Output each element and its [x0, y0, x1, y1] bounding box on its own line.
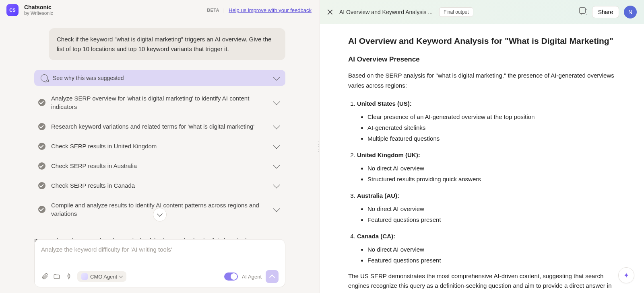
step-row[interactable]: Check SERP results in Australia	[34, 156, 285, 176]
document-content[interactable]: AI Overview and Keyword Analysis for "Wh…	[320, 24, 644, 293]
checkmark-icon	[38, 206, 45, 213]
region-detail: No direct AI overview	[367, 203, 616, 214]
step-text: Check SERP results in United Kingdom	[51, 142, 268, 150]
right-panel: AI Overview and Keyword Analysis ... Fin…	[320, 0, 644, 293]
feedback-link[interactable]: Help us improve with your feedback	[229, 7, 312, 13]
close-button[interactable]	[327, 9, 333, 15]
step-text: Research keyword variations and related …	[51, 122, 268, 131]
step-row[interactable]: Check SERP results in Canada	[34, 176, 285, 195]
region-item: United Kingdom (UK):No direct AI overvie…	[357, 150, 616, 184]
suggestion-banner[interactable]: See why this was suggested	[34, 70, 285, 86]
app-logo: CS	[6, 4, 19, 16]
input-toolbar: CMO Agent AI Agent	[41, 270, 279, 283]
output-header: AI Overview and Keyword Analysis ... Fin…	[320, 0, 644, 24]
step-row[interactable]: Analyze SERP overview for 'what is digit…	[34, 88, 285, 117]
arrow-up-icon	[269, 274, 275, 280]
send-button[interactable]	[266, 270, 279, 283]
beta-badge: BETA	[207, 8, 219, 12]
app-header: CS Chatsonic by Writesonic BETA | Help u…	[0, 0, 320, 20]
doc-conclusion: The US SERP demonstrates the most compre…	[348, 271, 616, 293]
chat-input[interactable]: Analyze the keyword difficulty for 'AI w…	[41, 246, 279, 266]
step-row[interactable]: Check SERP results in United Kingdom	[34, 136, 285, 156]
fab-button[interactable]: ✦	[618, 267, 634, 283]
pen-icon[interactable]	[65, 273, 72, 280]
region-item: Australia (AU):No direct AI overviewFeat…	[357, 190, 616, 225]
chevron-down-icon	[273, 181, 280, 188]
checkmark-icon	[38, 99, 45, 106]
agent-chip-label: CMO Agent	[90, 274, 117, 280]
step-text: Check SERP results in Canada	[51, 181, 268, 190]
scroll-down-button[interactable]	[153, 208, 167, 221]
chat-input-area: Analyze the keyword difficulty for 'AI w…	[34, 239, 285, 287]
doc-heading-1: AI Overview and Keyword Analysis for "Wh…	[348, 36, 616, 46]
doc-heading-2: AI Overview Presence	[348, 55, 616, 64]
arrow-down-icon	[157, 211, 163, 217]
wand-icon: ✦	[623, 271, 629, 280]
region-detail: No direct AI overview	[367, 163, 616, 174]
region-detail: Featured questions present	[367, 255, 616, 266]
folder-icon[interactable]	[53, 273, 60, 280]
agent-avatar-icon	[81, 273, 88, 280]
region-item: United States (US):Clear presence of an …	[357, 98, 616, 144]
doc-intro: Based on the SERP analysis for "what is …	[348, 71, 616, 91]
checkmark-icon	[38, 143, 45, 150]
step-text: Analyze SERP overview for 'what is digit…	[51, 94, 268, 111]
step-text: Check SERP results in Australia	[51, 162, 268, 170]
agent-selector[interactable]: CMO Agent	[77, 271, 126, 282]
divider: |	[223, 7, 225, 13]
chat-bubble-icon	[41, 74, 48, 82]
app-name: Chatsonic	[24, 4, 53, 10]
output-title: AI Overview and Keyword Analysis ...	[339, 9, 433, 15]
region-detail: Featured questions present	[367, 214, 616, 225]
chevron-down-icon	[273, 162, 280, 168]
chevron-down-icon	[273, 98, 280, 105]
region-detail: No direct AI overview	[367, 244, 616, 255]
final-output-badge: Final output	[439, 7, 473, 17]
suggestion-text: See why this was suggested	[53, 75, 269, 81]
share-button[interactable]: Share	[592, 6, 619, 18]
copy-button[interactable]	[581, 9, 587, 15]
chevron-down-icon	[273, 74, 280, 81]
app-subtitle: by Writesonic	[24, 10, 53, 16]
chevron-down-icon	[119, 274, 123, 278]
checkmark-icon	[38, 123, 45, 130]
attach-icon[interactable]	[41, 273, 48, 280]
user-message-bubble: Check if the keyword "what is digital ma…	[49, 28, 285, 60]
chevron-down-icon	[273, 142, 280, 149]
checkmark-icon	[38, 182, 45, 189]
ai-agent-label: AI Agent	[242, 274, 262, 280]
region-item: Canada (CA):No direct AI overviewFeature…	[357, 231, 616, 266]
region-detail: Clear presence of an AI-generated overvi…	[367, 111, 616, 122]
checkmark-icon	[38, 162, 45, 170]
panel-resize-handle[interactable]	[318, 141, 320, 152]
region-detail: Multiple featured questions	[367, 133, 616, 144]
left-panel: CS Chatsonic by Writesonic BETA | Help u…	[0, 0, 320, 293]
user-avatar[interactable]: N	[624, 6, 637, 18]
region-detail: AI-generated sitelinks	[367, 122, 616, 133]
ai-agent-toggle[interactable]	[224, 273, 238, 281]
step-row[interactable]: Research keyword variations and related …	[34, 117, 285, 136]
chevron-down-icon	[273, 205, 280, 212]
region-detail: Structured results providing quick answe…	[367, 174, 616, 184]
chevron-down-icon	[273, 122, 280, 129]
